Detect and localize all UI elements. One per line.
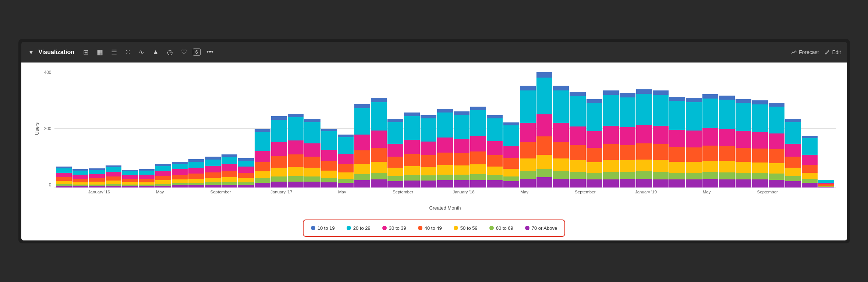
- location-icon[interactable]: ♡: [179, 47, 189, 58]
- bar-chart-icon[interactable]: ▦: [95, 47, 105, 58]
- bar-segment: [354, 180, 370, 187]
- bar-segment: [321, 161, 337, 171]
- legend-color-dot: [454, 226, 458, 230]
- bar-segment: [802, 155, 818, 165]
- bar-segment: [271, 116, 287, 119]
- legend-item: 30 to 39: [382, 225, 406, 231]
- x-axis-tick-label: September: [210, 190, 231, 194]
- bar-segment: [752, 173, 768, 179]
- list-icon[interactable]: ☰: [109, 47, 119, 58]
- bar-segment: [437, 180, 453, 187]
- bar-segment: [454, 175, 470, 180]
- bar-group: [603, 70, 619, 188]
- scatter-icon[interactable]: ⁙: [123, 47, 133, 58]
- bar-group: [89, 70, 105, 188]
- bar-group: [487, 70, 503, 188]
- bar-segment: [636, 125, 652, 144]
- bar-segment: [553, 158, 569, 171]
- bar-segment: [553, 86, 569, 90]
- bar-segment: [338, 172, 354, 179]
- bar-segment: [454, 180, 470, 187]
- bar-segment: [520, 90, 536, 123]
- y-tick-200: 200: [44, 126, 51, 131]
- bar-segment: [636, 94, 652, 125]
- bar-segment: [188, 174, 204, 178]
- clock-icon[interactable]: ◷: [165, 47, 175, 58]
- bar-segment: [503, 158, 519, 169]
- bar-segment: [536, 72, 552, 78]
- bar-segment: [553, 171, 569, 179]
- bar-segment: [437, 109, 453, 113]
- chevron-down-icon[interactable]: ▾: [27, 47, 35, 58]
- bar-segment: [56, 186, 72, 188]
- bar-segment: [271, 120, 287, 142]
- bar-segment: [387, 181, 403, 188]
- bar-segment: [736, 179, 751, 188]
- bar-segment: [653, 172, 669, 179]
- bar-segment: [636, 143, 652, 159]
- bar-segment: [155, 166, 171, 171]
- table-icon[interactable]: ⊞: [81, 47, 91, 58]
- badge-6[interactable]: 6: [193, 49, 201, 56]
- bar-segment: [769, 107, 784, 133]
- bar-segment: [818, 180, 834, 183]
- bar-segment: [255, 132, 270, 151]
- bar-segment: [172, 169, 188, 175]
- x-axis-title: Created Month: [32, 204, 836, 211]
- edit-label: Edit: [832, 49, 841, 55]
- bar-segment: [503, 146, 519, 158]
- bar-segment: [553, 123, 569, 142]
- bar-segment: [188, 185, 204, 188]
- bar-segment: [387, 176, 403, 181]
- bar-group: [570, 70, 585, 188]
- bar-group: [536, 70, 552, 188]
- bar-segment: [785, 176, 801, 181]
- bar-segment: [454, 153, 470, 165]
- x-axis-tick-label: January '19: [635, 190, 657, 194]
- toolbar: ▾ Visualization ⊞ ▦ ☰ ⁙ ∿ ▲ ◷ ♡ 6 ••• Fo…: [21, 42, 847, 63]
- bar-segment: [222, 154, 237, 158]
- bar-segment: [769, 103, 784, 107]
- line-chart-icon[interactable]: ∿: [137, 47, 146, 58]
- bar-segment: [802, 136, 818, 139]
- bar-group: [122, 70, 138, 188]
- bar-segment: [371, 148, 387, 162]
- edit-button[interactable]: Edit: [825, 49, 841, 55]
- bar-group: [238, 70, 254, 188]
- bar-segment: [520, 86, 536, 90]
- bar-segment: [785, 157, 801, 168]
- bar-segment: [587, 103, 602, 131]
- area-chart-icon[interactable]: ▲: [150, 47, 161, 57]
- bar-segment: [155, 171, 171, 176]
- bar-segment: [354, 150, 370, 164]
- bar-segment: [106, 172, 121, 176]
- toolbar-right: Forecast Edit: [791, 49, 841, 55]
- bar-segment: [752, 104, 768, 132]
- bar-group: [139, 70, 155, 188]
- bar-segment: [321, 171, 337, 178]
- bar-segment: [238, 161, 254, 167]
- bar-segment: [288, 140, 304, 154]
- bar-segment: [304, 168, 320, 176]
- bar-segment: [719, 172, 735, 179]
- more-icon[interactable]: •••: [204, 47, 216, 57]
- bar-segment: [72, 179, 88, 182]
- legend-color-dot: [347, 226, 351, 230]
- bar-segment: [636, 179, 652, 187]
- bar-segment: [139, 179, 155, 182]
- bar-segment: [653, 126, 669, 144]
- bar-segment: [719, 96, 735, 100]
- chart-wrapper: Users 400 200 0: [32, 70, 836, 211]
- bar-segment: [205, 178, 221, 182]
- bar-segment: [470, 110, 486, 136]
- forecast-button[interactable]: Forecast: [791, 49, 819, 55]
- bar-group: [785, 70, 801, 188]
- bar-group: [271, 70, 287, 188]
- bar-segment: [653, 160, 669, 172]
- bar-segment: [752, 163, 768, 173]
- legend-label: 20 to 29: [353, 225, 371, 231]
- bar-segment: [736, 173, 751, 179]
- bar-group: [56, 70, 72, 188]
- bar-segment: [371, 179, 387, 188]
- bar-segment: [271, 182, 287, 187]
